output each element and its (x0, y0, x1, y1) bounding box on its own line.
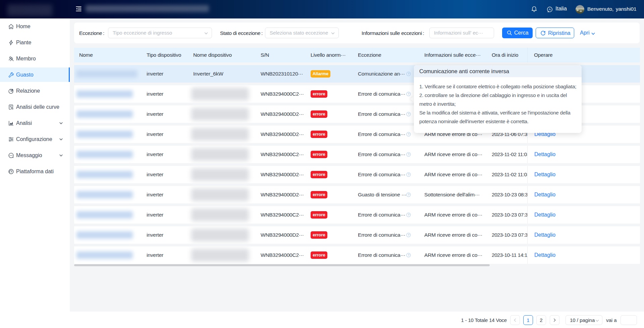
svg-text:?: ? (408, 213, 410, 217)
svg-text:?: ? (408, 233, 410, 237)
svg-text:?: ? (408, 153, 410, 156)
svg-text:?: ? (408, 173, 410, 176)
svg-text:?: ? (408, 72, 410, 76)
svg-text:?: ? (408, 253, 410, 257)
svg-text:?: ? (408, 92, 410, 96)
svg-text:?: ? (408, 193, 410, 196)
svg-text:?: ? (408, 133, 410, 136)
svg-text:A: A (549, 7, 551, 11)
svg-text:?: ? (408, 112, 410, 116)
